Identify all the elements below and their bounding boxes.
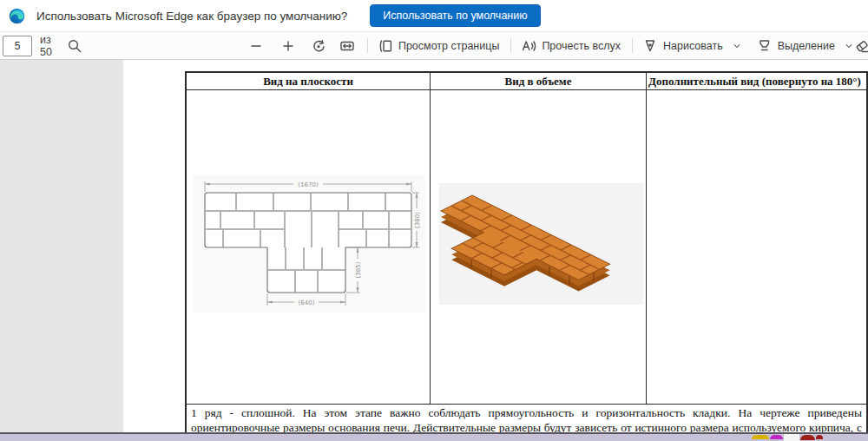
edge-window: Использовать Microsoft Edge как браузер … (0, 0, 868, 441)
read-aloud-icon (521, 38, 536, 54)
brick-3d-render (439, 183, 643, 305)
pdf-viewport[interactable]: Вид на плоскости Вид в объеме Дополнител… (0, 60, 868, 441)
taskbar-icon-fragment (770, 435, 783, 439)
rotate-icon[interactable] (311, 38, 326, 54)
chevron-down-icon[interactable] (732, 41, 742, 51)
dim-stem-width-label: (640) (299, 299, 315, 306)
brick-plan-drawing: (1670) (380) (385) (640) (193, 175, 425, 313)
draw-pen-icon (642, 38, 658, 54)
search-icon[interactable] (67, 38, 82, 54)
highlight-label: Выделение (778, 40, 835, 52)
iso-drawing-svg (439, 183, 643, 305)
header-extra-view: Дополнительный вид (повернуто на 180°) (647, 73, 863, 89)
chevron-down-icon[interactable] (844, 41, 854, 51)
fit-to-width-icon[interactable] (339, 38, 355, 54)
taskbar-icon-fragment (752, 435, 769, 439)
document-table: Вид на плоскости Вид в объеме Дополнител… (185, 71, 868, 441)
taskbar-icon-fragment (800, 435, 815, 440)
highlight-button[interactable]: Выделение (757, 38, 854, 54)
draw-label: Нарисовать (663, 40, 723, 52)
plan-drawing-svg: (1670) (380) (385) (640) (193, 175, 425, 313)
dim-stem-height-label: (385) (355, 261, 362, 278)
dim-height-label: (380) (414, 212, 421, 228)
taskbar-strip[interactable] (0, 434, 868, 441)
highlighter-icon (757, 38, 773, 54)
page-view-label: Просмотр страницы (398, 40, 499, 52)
set-default-button[interactable]: Использовать по умолчанию (370, 4, 540, 27)
pdf-toolbar: из 50 Просмотр страницы Про (0, 32, 868, 60)
erase-icon[interactable] (854, 38, 868, 54)
table-header-row: Вид на плоскости Вид в объеме Дополнител… (187, 73, 866, 90)
page-number-input[interactable] (3, 36, 32, 56)
draw-button[interactable]: Нарисовать (642, 38, 742, 54)
taskbar-window-fragment (784, 434, 799, 441)
default-browser-banner: Использовать Microsoft Edge как браузер … (0, 0, 868, 32)
toolbar-divider (510, 38, 511, 53)
cell-extra-view (647, 90, 863, 404)
dim-width-label: (1670) (298, 181, 319, 188)
page-count-label: из 50 (40, 34, 52, 58)
page-view-button[interactable]: Просмотр страницы (378, 38, 499, 54)
toolbar-divider (632, 38, 633, 53)
zoom-in-icon[interactable] (280, 38, 296, 54)
banner-message: Использовать Microsoft Edge как браузер … (36, 10, 347, 23)
header-volume-view: Вид в объеме (431, 73, 647, 89)
pdf-page: Вид на плоскости Вид в объеме Дополнител… (123, 60, 868, 441)
table-body-row: (1670) (380) (385) (640) (187, 90, 866, 405)
read-aloud-label: Прочесть вслух (542, 40, 621, 52)
read-aloud-button[interactable]: Прочесть вслух (521, 38, 621, 54)
cell-volume-view (431, 90, 647, 404)
edge-logo-icon (8, 7, 26, 25)
header-plan-view: Вид на плоскости (187, 73, 431, 89)
page-view-icon (378, 38, 393, 54)
taskbar-icon-fragment (816, 435, 823, 439)
toolbar-divider (367, 38, 368, 53)
cell-plan-view: (1670) (380) (385) (640) (187, 90, 431, 404)
zoom-out-icon[interactable] (248, 38, 264, 54)
